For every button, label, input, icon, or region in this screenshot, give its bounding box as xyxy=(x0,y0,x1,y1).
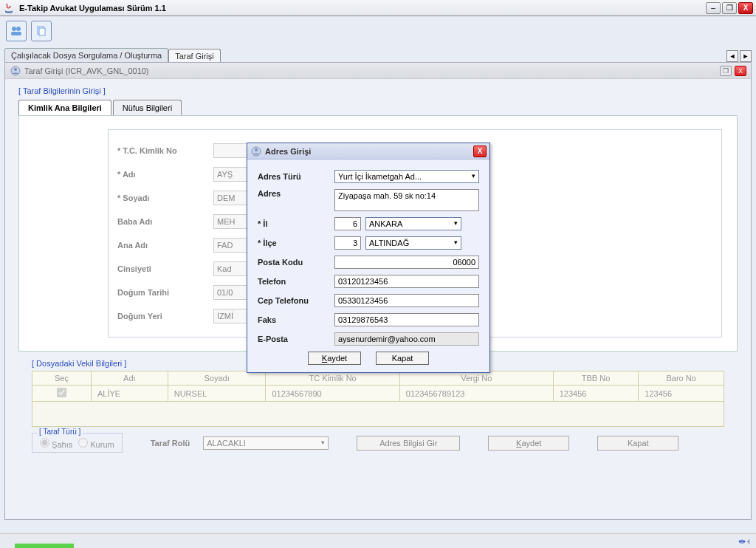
java-icon xyxy=(250,145,262,157)
adres-turu-select[interactable]: Yurt İçi İkametgah Ad... xyxy=(334,170,479,183)
faks-label: Faks xyxy=(258,315,334,324)
dogum-tarih-label: Doğum Tarihi xyxy=(117,288,213,297)
col-adi: Adı xyxy=(92,371,168,386)
adres-turu-label: Adres Türü xyxy=(258,172,334,181)
vekil-tc: 01234567890 xyxy=(266,386,399,402)
status-bar: ⇹⫞ xyxy=(0,533,756,548)
col-vergi: Vergi No xyxy=(399,371,553,386)
users-icon xyxy=(10,25,22,37)
tc-kimlik-label: * T.C. Kimlik No xyxy=(117,146,213,155)
col-soyadi: Soyadı xyxy=(168,371,266,386)
status-resize-icon: ⇹⫞ xyxy=(738,536,750,547)
vekil-soyadi: NURSEL xyxy=(168,386,266,402)
svg-point-6 xyxy=(14,68,17,71)
window-title: E-Takip Avukat Uygulaması Sürüm 1.1 xyxy=(19,4,166,13)
vekil-row-checkbox[interactable] xyxy=(57,388,66,397)
sub-tab-nufus[interactable]: Nüfus Bilgileri xyxy=(113,100,182,115)
svg-point-1 xyxy=(16,27,21,31)
tab-taraf-girisi[interactable]: Taraf Girişi xyxy=(168,49,221,63)
dogum-yeri-label: Doğum Yeri xyxy=(117,312,213,321)
telefon-label: Telefon xyxy=(258,277,334,286)
svg-point-8 xyxy=(255,148,258,151)
tab-nav-next[interactable]: ► xyxy=(740,50,752,62)
inner-window-header: Taraf Girişi (ICR_AVK_GNL_0010) ❐ X xyxy=(5,63,751,79)
radio-kurum[interactable]: Kurum xyxy=(78,438,114,449)
copy-toolbar-button[interactable] xyxy=(31,21,52,41)
vekil-tbb: 123456 xyxy=(553,386,639,402)
window-titlebar: E-Takip Avukat Uygulaması Sürüm 1.1 – ❐ … xyxy=(0,0,756,16)
il-select[interactable]: ANKARA xyxy=(365,217,461,230)
baba-label: Baba Adı xyxy=(117,217,213,226)
vekil-header-row: Seç Adı Soyadı TC Kimlik No Vergi No TBB… xyxy=(32,371,724,386)
sub-tab-kimlik[interactable]: Kimlik Ana Bilgileri xyxy=(18,100,111,115)
taraf-rolu-label: Taraf Rolü xyxy=(151,439,190,448)
vekil-baro: 123456 xyxy=(639,386,724,402)
ilce-label: * İlçe xyxy=(258,239,334,247)
adres-textarea[interactable] xyxy=(334,189,479,211)
dialog-header[interactable]: Adres Girişi X xyxy=(247,143,489,160)
cep-telefonu-input[interactable] xyxy=(334,294,479,307)
dialog-title: Adres Girişi xyxy=(265,147,311,156)
tab-nav-prev[interactable]: ◄ xyxy=(726,50,738,62)
ana-label: Ana Adı xyxy=(117,241,213,250)
dialog-kapat-button[interactable]: Kapat xyxy=(376,352,429,365)
adi-label: * Adı xyxy=(117,170,213,179)
adres-label: Adres xyxy=(258,189,334,198)
documents-icon xyxy=(35,25,47,37)
close-button[interactable]: X xyxy=(738,2,753,14)
vekil-adi: ALİYE xyxy=(92,386,168,402)
adres-girisi-dialog: Adres Girişi X Adres Türü Yurt İçi İkame… xyxy=(247,143,490,373)
ilce-select[interactable]: ALTINDAĞ xyxy=(365,236,461,250)
cep-telefonu-label: Cep Telefonu xyxy=(258,296,334,305)
posta-kodu-label: Posta Kodu xyxy=(258,258,334,267)
vekil-vergi: 0123456789123 xyxy=(399,386,553,402)
taraf-rolu-select[interactable]: ALACAKLI xyxy=(203,436,329,450)
posta-kodu-input[interactable] xyxy=(334,256,479,269)
section-taraf-bilgileri-label: [ Taraf Bilgilerinin Girişi ] xyxy=(5,79,751,100)
col-tc: TC Kimlik No xyxy=(266,371,399,386)
adres-bilgisi-gir-button[interactable]: Adres Bilgisi Gir xyxy=(357,436,460,451)
svg-point-0 xyxy=(12,27,16,31)
minimize-button[interactable]: – xyxy=(706,2,721,14)
il-label: * İl xyxy=(258,219,334,228)
svg-rect-4 xyxy=(39,28,45,35)
taraf-turu-group: [ Taraf Türü ] Şahıs Kurum xyxy=(32,433,123,453)
col-sec: Seç xyxy=(32,371,92,386)
eposta-label: E-Posta xyxy=(258,335,334,343)
inner-close-button[interactable]: X xyxy=(735,66,746,76)
taraf-turu-legend: [ Taraf Türü ] xyxy=(37,428,83,436)
java-icon xyxy=(10,65,21,77)
soyadi-label: * Soyadı xyxy=(117,193,213,202)
ilce-code-input[interactable] xyxy=(334,236,361,250)
radio-sahis[interactable]: Şahıs xyxy=(40,438,72,449)
main-toolbar xyxy=(0,16,756,46)
eposta-input[interactable] xyxy=(334,332,479,346)
faks-input[interactable] xyxy=(334,313,479,326)
dialog-kaydet-button[interactable]: Kaydet xyxy=(308,352,361,365)
inner-window-title: Taraf Girişi (ICR_AVK_GNL_0010) xyxy=(24,66,149,75)
inner-maximize-button[interactable]: ❐ xyxy=(720,66,732,76)
col-tbb: TBB No xyxy=(553,371,639,386)
maximize-button[interactable]: ❐ xyxy=(722,2,737,14)
status-progress xyxy=(15,544,74,548)
vekil-table: Seç Adı Soyadı TC Kimlik No Vergi No TBB… xyxy=(32,371,724,402)
tab-dosya-sorgulama[interactable]: Çalışılacak Dosya Sorgulama / Oluşturma xyxy=(4,48,168,62)
bottom-panel: [ Taraf Türü ] Şahıs Kurum Taraf Rolü AL… xyxy=(32,433,724,453)
main-tabbar: Çalışılacak Dosya Sorgulama / Oluşturma … xyxy=(4,48,726,62)
telefon-input[interactable] xyxy=(334,275,479,288)
dialog-close-button[interactable]: X xyxy=(473,145,487,157)
kaydet-button[interactable]: Kaydet xyxy=(488,436,569,451)
cinsiyet-label: Cinsiyeti xyxy=(117,264,213,273)
il-code-input[interactable] xyxy=(334,217,361,230)
col-baro: Baro No xyxy=(639,371,724,386)
kapat-button[interactable]: Kapat xyxy=(597,436,678,451)
java-icon xyxy=(3,2,15,14)
svg-rect-2 xyxy=(11,32,21,35)
users-toolbar-button[interactable] xyxy=(6,21,27,41)
vekil-table-empty-area xyxy=(32,402,724,427)
sub-tabbar: Kimlik Ana Bilgileri Nüfus Bilgileri xyxy=(18,100,738,115)
vekil-row[interactable]: ALİYE NURSEL 01234567890 0123456789123 1… xyxy=(32,386,724,402)
